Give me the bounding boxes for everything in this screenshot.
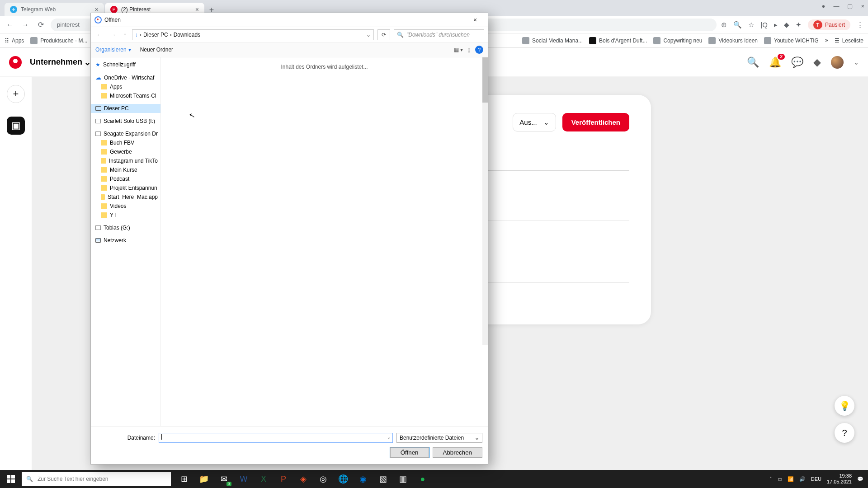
tab-telegram[interactable]: ✈ Telegram Web ×: [5, 3, 104, 16]
obs-icon[interactable]: ◎: [314, 470, 333, 488]
filetype-select[interactable]: Benutzerdefinierte Dateien⌄: [396, 433, 482, 443]
forward-button[interactable]: →: [20, 21, 31, 29]
notification-center-icon[interactable]: 💬: [857, 476, 863, 482]
folder-tree[interactable]: ★Schnellzugriff ☁OneDrive - Wirtschaf Ap…: [91, 57, 161, 426]
publish-button[interactable]: Veröffentlichen: [562, 113, 629, 131]
tree-folder[interactable]: Start_Here_Mac.app: [91, 192, 160, 202]
tree-folder[interactable]: Apps: [91, 82, 160, 91]
brave-icon[interactable]: ◈: [294, 470, 313, 488]
bookmark-item[interactable]: Youtube WICHTIG: [764, 37, 819, 44]
star-icon[interactable]: ☆: [748, 21, 754, 29]
battery-icon[interactable]: ▭: [778, 476, 782, 482]
mail-icon[interactable]: ✉: [214, 470, 233, 488]
tree-folder[interactable]: Videos: [91, 202, 160, 211]
crumb-this-pc[interactable]: Dieser PC: [143, 32, 168, 38]
bookmark-item[interactable]: Videokurs Ideen: [708, 37, 758, 44]
dialog-search-input[interactable]: 🔍 "Downloads" durchsuchen: [394, 29, 484, 40]
file-explorer-icon[interactable]: 📁: [194, 470, 213, 488]
taskbar-search[interactable]: 🔍Zur Suche Text hier eingeben: [22, 472, 171, 486]
bookmark-item[interactable]: Copywriting neu: [653, 37, 702, 44]
board-select[interactable]: Aus...⌄: [513, 113, 556, 131]
refresh-button[interactable]: ⟳: [377, 29, 390, 40]
tree-folder[interactable]: Buch FBV: [91, 138, 160, 147]
bookmark-item[interactable]: Social Media Mana...: [522, 37, 583, 44]
tree-quick-access[interactable]: ★Schnellzugriff: [91, 60, 160, 69]
notepad-icon[interactable]: ▥: [393, 470, 412, 488]
tree-folder[interactable]: Podcast: [91, 174, 160, 183]
clock[interactable]: 19:38 17.05.2021: [827, 473, 852, 485]
updates-icon[interactable]: ◆: [813, 56, 821, 68]
edge-icon[interactable]: ◉: [354, 470, 373, 488]
bookmark-item[interactable]: Produktsuche - M...: [30, 37, 87, 44]
maximize-icon[interactable]: ▢: [847, 3, 853, 9]
zoom-icon[interactable]: 🔍: [733, 21, 742, 29]
bookmark-item[interactable]: Bois d'Argent Duft...: [589, 37, 647, 44]
ext-icon[interactable]: ▸: [774, 21, 778, 29]
tree-folder[interactable]: Mein Kurse: [91, 165, 160, 174]
view-options-button[interactable]: ▦ ▾: [454, 47, 463, 53]
filename-input[interactable]: |⌄: [159, 433, 393, 443]
user-avatar[interactable]: [831, 56, 844, 69]
tree-drive[interactable]: Seagate Expansion Dr: [91, 129, 160, 138]
search-icon[interactable]: 🔍: [747, 56, 759, 68]
task-view-icon[interactable]: ⊞: [175, 470, 193, 488]
ideas-button[interactable]: 💡: [835, 396, 854, 416]
wifi-icon[interactable]: 📶: [788, 476, 794, 482]
tree-folder[interactable]: Microsoft Teams-Cl: [91, 91, 160, 100]
tree-drive[interactable]: Scarlett Solo USB (I:): [91, 117, 160, 126]
open-button[interactable]: Öffnen: [390, 447, 429, 458]
close-icon[interactable]: ×: [195, 6, 199, 13]
nav-forward-icon[interactable]: →: [108, 31, 118, 38]
dialog-close-button[interactable]: ×: [466, 16, 484, 23]
tree-network[interactable]: Netzwerk: [91, 236, 160, 245]
apps-button[interactable]: ⠿Apps: [5, 37, 24, 44]
tree-folder[interactable]: Projekt Entspannun: [91, 183, 160, 192]
install-icon[interactable]: ⊕: [721, 21, 727, 29]
spotify-icon[interactable]: ●: [413, 470, 432, 488]
close-window-icon[interactable]: ×: [861, 3, 864, 9]
tree-folder[interactable]: Gewerbe: [91, 147, 160, 156]
nav-back-icon[interactable]: ←: [94, 31, 104, 38]
chrome-icon[interactable]: 🌐: [334, 470, 353, 488]
messages-icon[interactable]: 💬: [791, 56, 803, 68]
cancel-button[interactable]: Abbrechen: [433, 447, 482, 458]
close-icon[interactable]: ×: [95, 6, 99, 13]
minimize-icon[interactable]: —: [833, 3, 839, 9]
business-menu[interactable]: Unternehmen⌄: [30, 57, 91, 67]
chevron-down-icon[interactable]: ⌄: [366, 32, 371, 38]
profile-paused[interactable]: T Pausiert: [808, 19, 850, 30]
ext2-icon[interactable]: ◆: [784, 21, 789, 29]
dot-icon[interactable]: ●: [822, 3, 826, 9]
new-folder-button[interactable]: Neuer Ordner: [140, 47, 173, 53]
language-indicator[interactable]: DEU: [811, 476, 821, 482]
back-button[interactable]: ←: [5, 21, 15, 29]
app-icon[interactable]: ▧: [373, 470, 392, 488]
tree-this-pc[interactable]: Dieser PC: [91, 104, 160, 113]
start-button[interactable]: [0, 470, 22, 488]
reload-button[interactable]: ⟳: [35, 20, 46, 29]
tree-folder[interactable]: YT: [91, 211, 160, 220]
help-icon[interactable]: ?: [475, 46, 483, 54]
tree-onedrive[interactable]: ☁OneDrive - Wirtschaf: [91, 73, 160, 82]
preview-pane-button[interactable]: ▯: [467, 47, 471, 53]
chevron-down-icon[interactable]: ⌄: [387, 435, 391, 440]
help-button[interactable]: ?: [835, 423, 854, 443]
bookmark-overflow[interactable]: »: [825, 37, 828, 44]
organize-menu[interactable]: Organisieren ▾: [95, 47, 131, 53]
volume-icon[interactable]: 🔊: [799, 476, 806, 482]
nav-up-icon[interactable]: ↑: [122, 31, 128, 38]
create-pin-button[interactable]: +: [7, 85, 25, 103]
file-list-pane[interactable]: Inhalt des Ordners wird aufgelistet...: [161, 57, 488, 426]
pinterest-logo-icon[interactable]: [9, 56, 22, 69]
scrollbar[interactable]: [482, 57, 488, 345]
reading-list[interactable]: ☰Leseliste: [835, 37, 863, 44]
word-icon[interactable]: W: [234, 470, 253, 488]
powerpoint-icon[interactable]: P: [274, 470, 293, 488]
excel-icon[interactable]: X: [254, 470, 273, 488]
pin-draft-button[interactable]: ▣: [7, 117, 25, 135]
menu-icon[interactable]: ⋮: [857, 21, 863, 29]
tree-drive[interactable]: Tobias (G:): [91, 223, 160, 232]
pin-ext-icon[interactable]: |Q: [760, 21, 768, 28]
crumb-segment[interactable]: ›: [140, 32, 142, 38]
notifications-icon[interactable]: 🔔2: [769, 56, 781, 68]
